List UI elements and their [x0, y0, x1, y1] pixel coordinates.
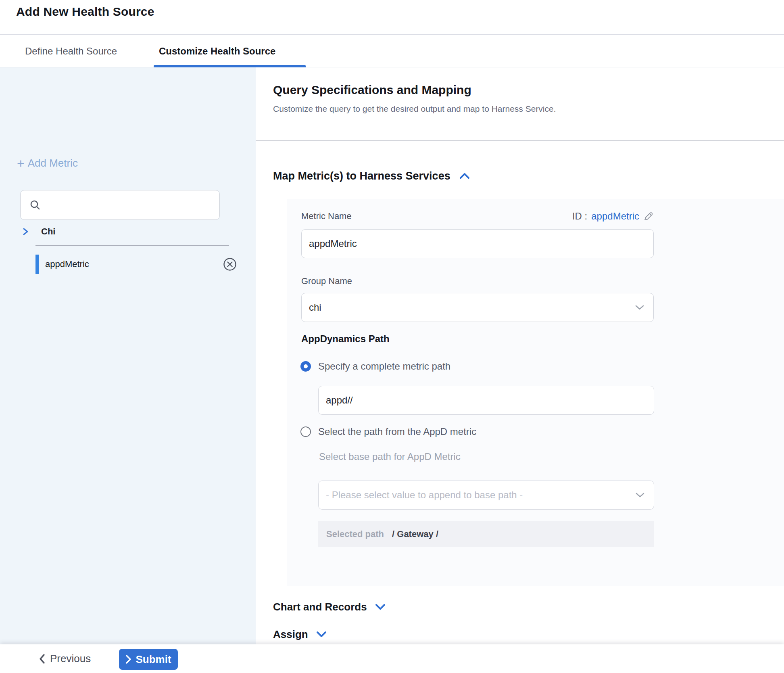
- tab-customize-health-source[interactable]: Customize Health Source: [159, 35, 275, 67]
- sidebar-divider: [35, 245, 229, 246]
- group-name-label: Group Name: [301, 276, 352, 286]
- map-metrics-panel: Metric Name ID : appdMetric Group Name c…: [287, 199, 784, 586]
- radio-unselected-icon[interactable]: [300, 426, 311, 437]
- selected-path-label: Selected path: [326, 529, 384, 539]
- submit-button[interactable]: Submit: [119, 649, 178, 670]
- metric-id-value: appdMetric: [591, 211, 639, 222]
- chevron-right-icon[interactable]: [21, 227, 30, 236]
- sidebar-group-chi[interactable]: Chi: [21, 226, 55, 237]
- selected-path-value: / Gateway /: [392, 529, 438, 539]
- metrics-sidebar: + Add Metric Chi appdMetric: [0, 67, 256, 644]
- plus-icon: +: [17, 158, 25, 169]
- group-name-value: chi: [309, 302, 321, 313]
- dialog-title: Add New Health Source: [16, 5, 154, 19]
- chart-and-records-section-header[interactable]: Chart and Records: [273, 599, 386, 615]
- selected-metric-indicator: [35, 255, 39, 274]
- base-path-label: Select base path for AppD Metric: [319, 451, 461, 462]
- chevron-left-icon: [39, 654, 45, 664]
- chevron-down-icon[interactable]: [374, 603, 386, 610]
- radio-select-path-label: Select the path from the AppD metric: [318, 426, 476, 437]
- group-name-select[interactable]: chi: [301, 293, 654, 322]
- pencil-icon[interactable]: [643, 211, 654, 222]
- content-divider: [256, 140, 784, 141]
- base-path-placeholder: - Please select value to append to base …: [326, 489, 523, 501]
- map-metrics-section-title: Map Metric(s) to Harness Services: [273, 170, 450, 182]
- chevron-down-icon[interactable]: [315, 631, 327, 638]
- selected-path-strip: Selected path / Gateway /: [318, 521, 654, 547]
- tab-bar: Define Health Source Customize Health So…: [0, 35, 784, 67]
- tab-define-health-source[interactable]: Define Health Source: [25, 35, 117, 67]
- metric-id-group: ID : appdMetric: [572, 211, 654, 222]
- metric-name-input[interactable]: [301, 229, 654, 258]
- add-new-health-source-dialog: Add New Health Source Define Health Sour…: [0, 0, 784, 673]
- add-metric-button[interactable]: + Add Metric: [17, 157, 78, 169]
- add-metric-label: Add Metric: [28, 157, 78, 169]
- tab-define-label: Define Health Source: [25, 46, 117, 57]
- metric-id-label: ID :: [572, 211, 587, 222]
- chevron-right-icon: [125, 654, 131, 664]
- chevron-down-icon: [635, 305, 644, 310]
- chevron-down-icon: [635, 492, 645, 498]
- radio-select-appd-path[interactable]: Select the path from the AppD metric: [300, 424, 476, 440]
- dialog-header: Add New Health Source: [0, 0, 784, 35]
- sidebar-metric-appdmetric[interactable]: appdMetric: [35, 254, 237, 275]
- map-metrics-section-header[interactable]: Map Metric(s) to Harness Services: [273, 168, 471, 184]
- radio-selected-icon[interactable]: [300, 361, 311, 372]
- tab-customize-label: Customize Health Source: [159, 46, 275, 57]
- previous-button[interactable]: Previous: [39, 644, 91, 673]
- page-subtitle: Customize the query to get the desired o…: [273, 104, 556, 114]
- assign-label: Assign: [273, 628, 308, 641]
- assign-section-header[interactable]: Assign: [273, 626, 327, 642]
- radio-complete-path-label: Specify a complete metric path: [318, 361, 450, 372]
- circled-x-icon[interactable]: [223, 257, 237, 272]
- complete-metric-path-input[interactable]: [318, 386, 654, 415]
- search-input[interactable]: [46, 199, 208, 211]
- chart-and-records-label: Chart and Records: [273, 601, 367, 613]
- metric-name-row: Metric Name ID : appdMetric: [301, 211, 654, 222]
- radio-complete-metric-path[interactable]: Specify a complete metric path: [300, 358, 450, 374]
- base-path-select[interactable]: - Please select value to append to base …: [318, 481, 654, 510]
- search-icon: [29, 199, 41, 211]
- page-title: Query Specifications and Mapping: [273, 83, 471, 97]
- appdynamics-path-heading: AppDynamics Path: [301, 333, 390, 345]
- metric-name-label: Metric Name: [301, 211, 352, 222]
- chevron-up-icon[interactable]: [459, 172, 471, 180]
- dialog-footer: Previous Submit: [0, 644, 784, 673]
- group-label: Chi: [41, 226, 55, 237]
- metric-label: appdMetric: [45, 259, 223, 270]
- metric-search-box: [20, 190, 220, 220]
- previous-label: Previous: [50, 652, 91, 665]
- submit-label: Submit: [136, 653, 171, 666]
